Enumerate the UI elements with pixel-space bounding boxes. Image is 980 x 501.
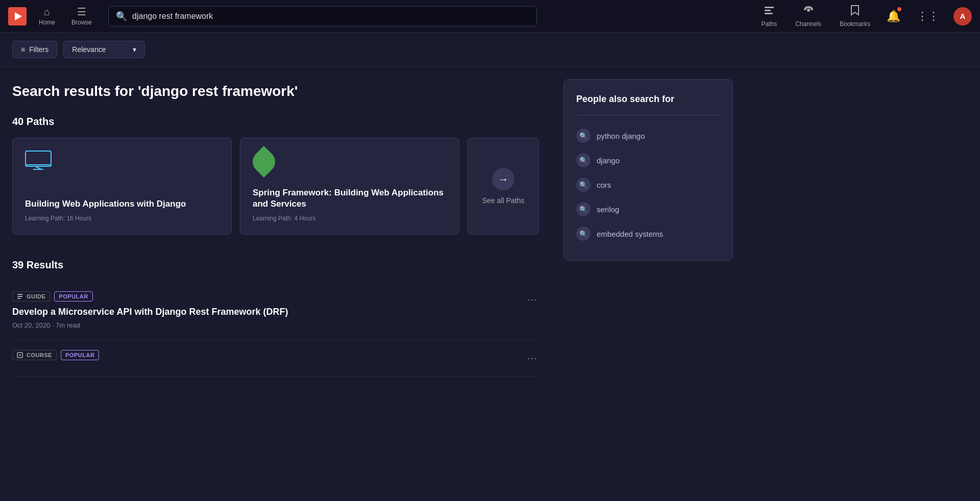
search-query: 'django rest framework' <box>138 83 298 99</box>
sidebar-divider <box>576 115 720 115</box>
avatar[interactable]: A <box>953 7 972 26</box>
svg-rect-8 <box>17 294 22 295</box>
apps-button[interactable]: ⋮⋮ <box>909 0 947 33</box>
svg-point-3 <box>807 9 810 12</box>
search-icon-cors: 🔍 <box>576 178 591 192</box>
nav-paths[interactable]: Paths <box>753 0 786 33</box>
search-icon-python-django: 🔍 <box>576 129 591 143</box>
sidebar-label-python-django: python django <box>597 132 645 140</box>
sidebar: People also search for 🔍 python django 🔍… <box>551 67 745 393</box>
result-1-tag-popular: POPULAR <box>54 291 92 302</box>
sidebar-card: People also search for 🔍 python django 🔍… <box>564 79 733 261</box>
result-2-tag-course: COURSE <box>12 350 57 360</box>
search-heading-prefix: Search results for <box>12 83 138 99</box>
navbar: ⌂ Home ☰ Browse 🔍 Paths <box>0 0 980 33</box>
see-all-arrow-icon: → <box>492 168 514 190</box>
result-1-menu-button[interactable]: ⋯ <box>525 291 539 308</box>
result-1-meta: Oct 20, 2020 · 7m read <box>12 321 525 329</box>
svg-rect-10 <box>17 298 21 299</box>
nav-right: Paths Channels Bookmarks <box>753 0 972 33</box>
svg-rect-9 <box>17 296 22 297</box>
result-2-tags: COURSE POPULAR <box>12 350 525 360</box>
filter-icon: ≡ <box>21 45 25 54</box>
result-item-2: COURSE POPULAR ⋯ <box>12 340 539 377</box>
bookmarks-icon <box>850 5 860 18</box>
svg-rect-1 <box>765 10 771 11</box>
sidebar-title: People also search for <box>576 94 720 105</box>
search-icon-django: 🔍 <box>576 153 591 167</box>
result-1-tag-guide: GUIDE <box>12 291 50 302</box>
content-area: Search results for 'django rest framewor… <box>0 67 551 393</box>
relevance-label: Relevance <box>72 45 106 54</box>
sidebar-item-python-django[interactable]: 🔍 python django <box>576 123 720 148</box>
search-icon-embedded-systems: 🔍 <box>576 227 591 241</box>
main-layout: Search results for 'django rest framewor… <box>0 67 980 393</box>
search-input[interactable] <box>132 12 529 21</box>
relevance-dropdown[interactable]: Relevance ▾ <box>63 41 145 58</box>
see-all-paths-card[interactable]: → See all Paths <box>468 138 539 235</box>
svg-rect-0 <box>765 7 774 8</box>
browse-icon: ☰ <box>77 7 86 17</box>
chevron-down-icon: ▾ <box>133 45 136 54</box>
sidebar-item-django[interactable]: 🔍 django <box>576 148 720 172</box>
nav-home[interactable]: ⌂ Home <box>31 0 63 33</box>
filters-button[interactable]: ≡ Filters <box>12 41 57 58</box>
results-section: 39 Results GUIDE <box>12 259 539 377</box>
nav-bookmarks-label: Bookmarks <box>840 20 870 28</box>
sidebar-item-serilog[interactable]: 🔍 serilog <box>576 197 720 221</box>
nav-home-label: Home <box>39 19 55 26</box>
home-icon: ⌂ <box>44 7 50 17</box>
search-icon: 🔍 <box>116 11 127 22</box>
path-card-spring[interactable]: Spring Framework: Building Web Applicati… <box>240 138 459 235</box>
logo-icon <box>15 12 22 20</box>
path-card-spring-icon <box>253 151 447 173</box>
result-2-tag-popular: POPULAR <box>61 350 99 360</box>
notification-button[interactable]: 🔔 <box>880 0 906 33</box>
sidebar-item-embedded-systems[interactable]: 🔍 embedded systems <box>576 221 720 246</box>
logo[interactable] <box>8 7 27 26</box>
search-icon-serilog: 🔍 <box>576 202 591 216</box>
filters-bar: ≡ Filters Relevance ▾ <box>0 33 980 67</box>
search-heading: Search results for 'django rest framewor… <box>12 83 539 99</box>
path-card-django-meta: Learning Path: 16 Hours <box>25 215 219 222</box>
paths-section-title: 40 Paths <box>12 116 539 128</box>
sidebar-label-serilog: serilog <box>597 205 619 214</box>
svg-rect-4 <box>26 151 51 166</box>
path-card-spring-title: Spring Framework: Building Web Applicati… <box>253 187 447 210</box>
nav-browse[interactable]: ☰ Browse <box>63 0 100 33</box>
search-container: 🔍 <box>108 6 537 27</box>
path-card-django-icon <box>25 151 219 172</box>
channels-icon <box>803 5 814 18</box>
nav-paths-label: Paths <box>762 20 777 28</box>
result-2-menu-button[interactable]: ⋯ <box>525 350 539 366</box>
sidebar-label-django: django <box>597 156 620 165</box>
path-card-spring-meta: Learning Path: 4 Hours <box>253 215 447 222</box>
result-item-1: GUIDE POPULAR Develop a Microservice API… <box>12 281 539 340</box>
nav-bookmarks[interactable]: Bookmarks <box>831 0 878 33</box>
search-bar: 🔍 <box>108 6 537 27</box>
nav-channels[interactable]: Channels <box>787 0 829 33</box>
paths-grid: Building Web Applications with Django Le… <box>12 138 539 235</box>
nav-channels-label: Channels <box>795 20 821 28</box>
paths-icon <box>764 5 775 18</box>
sidebar-label-embedded-systems: embedded systems <box>597 230 663 238</box>
sidebar-item-cors[interactable]: 🔍 cors <box>576 172 720 197</box>
notification-icon: 🔔 <box>887 10 900 23</box>
result-1-tags: GUIDE POPULAR <box>12 291 525 302</box>
path-card-django[interactable]: Building Web Applications with Django Le… <box>12 138 232 235</box>
svg-marker-12 <box>19 354 22 356</box>
nav-browse-label: Browse <box>71 19 92 26</box>
paths-section: 40 Paths Building Web Applications with … <box>12 116 539 235</box>
result-1-title[interactable]: Develop a Microservice API with Django R… <box>12 307 525 317</box>
results-section-title: 39 Results <box>12 259 539 271</box>
sidebar-label-cors: cors <box>597 181 611 189</box>
filters-label: Filters <box>29 45 48 54</box>
path-card-django-title: Building Web Applications with Django <box>25 198 219 210</box>
notification-dot <box>897 7 901 11</box>
svg-rect-2 <box>765 13 773 14</box>
see-all-label: See all Paths <box>482 196 525 205</box>
